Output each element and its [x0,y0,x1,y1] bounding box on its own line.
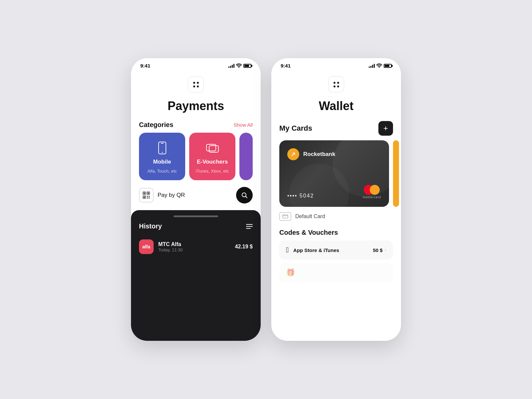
credit-card-rocketbank[interactable]: Rocketbank •••• 5042 mastercard [279,140,389,207]
wallet-phone: 9:41 Wallet My Cards [271,58,401,341]
qr-code-icon [142,191,150,199]
show-all-button[interactable]: Show All [233,122,253,128]
signal-icon-wallet [369,64,375,68]
voucher-amount: 50 $ [373,247,382,253]
apple-icon:  [286,246,289,254]
svg-rect-14 [149,198,150,199]
svg-line-16 [246,197,247,198]
signal-icon [228,64,234,68]
voucher-left:  App Store & iTunes [286,246,339,254]
status-bar-wallet: 9:41 [271,58,401,71]
history-date: Today, 11:30 [158,247,230,252]
voucher-name: App Store & iTunes [293,247,339,253]
mc-red-circle [364,185,374,195]
evouchers-icon [205,141,220,155]
svg-rect-8 [148,193,149,194]
qr-icon-box[interactable] [139,188,154,202]
default-card-row: Default Card [271,207,401,226]
svg-rect-17 [283,215,288,218]
search-button[interactable] [236,187,253,203]
history-title: History [139,222,162,230]
payments-phone: 9:41 Payments Categori [131,58,261,341]
home-indicator [174,215,218,217]
mc-orange-circle [370,185,380,195]
mc-label: mastercard [363,196,381,199]
mobile-label: Mobile [153,159,171,165]
grid-dots-icon [193,82,199,87]
qr-row: Pay by QR [131,180,261,210]
voucher-left-placeholder: 🎁 [286,268,295,277]
payments-title: Payments [131,92,261,113]
chevron-right-icon: › [385,247,386,253]
categories-row: Mobile Alfa, Touch, etc E-Vouchers iTune… [131,133,261,180]
wallet-title: Wallet [271,92,401,113]
categories-label: Categories [139,121,173,129]
evouchers-sublabel: iTunes, Xbox, etc [196,169,229,174]
voucher-item-appstore[interactable]:  App Store & iTunes 50 $ › [279,240,393,260]
history-name: MTC Alfa [158,241,230,247]
grid-menu-button-wallet[interactable] [328,76,344,92]
default-card-label: Default Card [295,213,325,219]
status-time-payments: 9:41 [140,63,150,68]
battery-icon-wallet [384,64,392,68]
svg-rect-6 [144,193,145,194]
svg-rect-10 [144,197,145,198]
grid-dots-icon-wallet [333,82,339,87]
categories-section-header: Categories Show All [131,113,261,133]
status-time-wallet: 9:41 [281,63,291,68]
card-bottom: •••• 5042 mastercard [287,185,381,199]
status-icons-wallet [369,64,392,68]
filter-button[interactable] [246,224,253,229]
mastercard-logo: mastercard [363,185,381,199]
rocket-icon [290,151,297,158]
status-icons-payments [228,64,251,68]
bank-name: Rocketbank [303,151,335,158]
category-evouchers[interactable]: E-Vouchers iTunes, Xbox, etc [189,133,235,180]
search-icon [241,192,248,199]
status-bar-payments: 9:41 [131,58,261,71]
qr-left: Pay by QR [139,188,185,202]
card-small-icon [279,212,291,221]
wallet-content: Wallet My Cards + Rocketbank •••• 504 [271,71,401,341]
card-top: Rocketbank [287,148,381,160]
voucher-item-placeholder: 🎁 [279,263,393,282]
wifi-icon-wallet [376,64,382,68]
category-partial[interactable] [239,133,253,180]
grid-menu-button[interactable] [188,76,204,92]
history-section: History alfa MTC Alfa Today, 11:30 42.19… [131,210,261,341]
category-mobile[interactable]: Mobile Alfa, Touch, etc [139,133,185,180]
card-number: •••• 5042 [287,193,314,199]
my-cards-label: My Cards [279,124,312,133]
history-avatar: alfa [139,239,154,254]
svg-rect-13 [147,198,148,199]
my-cards-header: My Cards + [271,113,401,140]
add-card-button[interactable]: + [378,121,393,136]
history-header: History [131,221,261,235]
card-icon [282,214,288,218]
mobile-icon [155,141,170,155]
svg-rect-11 [147,196,148,197]
evouchers-label: E-Vouchers [197,159,228,165]
rocketbank-logo [287,148,299,160]
wifi-icon [236,64,242,68]
history-item[interactable]: alfa MTC Alfa Today, 11:30 42.19 $ [131,235,261,258]
svg-rect-12 [149,196,150,197]
qr-label: Pay by QR [158,192,185,199]
mobile-sublabel: Alfa, Touch, etc [147,169,177,174]
payments-content: Payments Categories Show All Mobile Alfa… [131,71,261,341]
history-amount: 42.19 $ [235,244,253,250]
next-card-peek[interactable] [393,140,399,207]
battery-icon [243,64,251,68]
voucher-right: 50 $ › [373,247,386,253]
codes-vouchers-label: Codes & Vouchers [271,226,401,240]
svg-point-2 [162,152,163,153]
history-info: MTC Alfa Today, 11:30 [158,241,230,252]
avatar-text: alfa [142,244,150,249]
cards-carousel: Rocketbank •••• 5042 mastercard [271,140,401,207]
